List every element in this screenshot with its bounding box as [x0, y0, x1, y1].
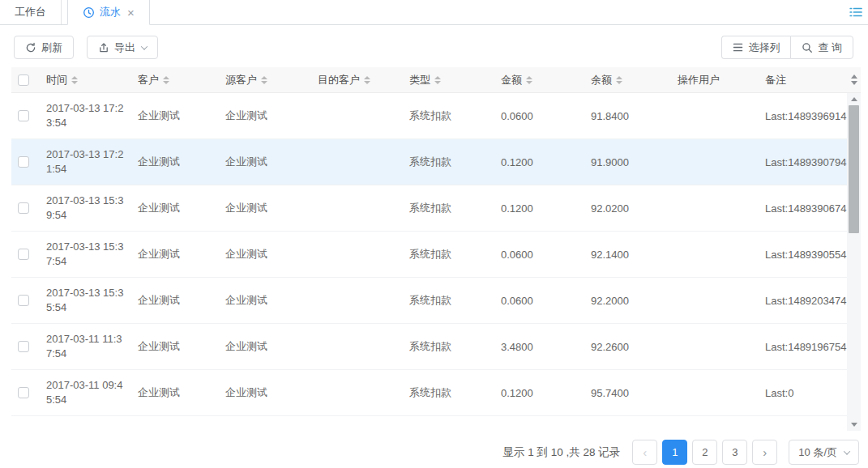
scrollbar-thumb[interactable]: [849, 105, 859, 233]
table-header: 时间 客户 源客户 目的客户 类: [11, 67, 861, 93]
sort-icon[interactable]: [616, 76, 622, 84]
cell-type: 系统扣款: [403, 385, 494, 400]
cell-balance: 95.7400: [584, 387, 671, 399]
column-header-label: 金额: [501, 73, 522, 87]
sort-icon[interactable]: [163, 76, 169, 84]
column-header[interactable]: 备注: [759, 73, 847, 87]
column-header-label: 余额: [591, 73, 612, 87]
cell-source-customer: 企业测试: [219, 247, 311, 262]
cell-customer: 企业测试: [131, 293, 219, 308]
select-all-cell: [11, 74, 40, 86]
cell-remark: Last:1489396914: [759, 110, 847, 122]
row-checkbox-cell: [11, 202, 40, 214]
row-checkbox-cell: [11, 249, 40, 260]
sort-icon[interactable]: [71, 76, 78, 84]
sort-icon[interactable]: [526, 76, 532, 84]
page-size-select[interactable]: 10 条/页: [789, 440, 859, 465]
refresh-label: 刷新: [41, 40, 62, 55]
table-row[interactable]: 2017-03-13 17:23:54 企业测试 企业测试 系统扣款 0.060…: [11, 93, 847, 139]
cell-remark: Last:1489390794: [759, 156, 847, 168]
table-row[interactable]: 2017-03-13 15:35:54 企业测试 企业测试 系统扣款 0.060…: [11, 278, 847, 324]
search-button[interactable]: 查 询: [790, 36, 853, 59]
table-row[interactable]: 2017-03-13 15:37:54 企业测试 企业测试 系统扣款 0.060…: [11, 232, 847, 278]
column-header-label: 操作用户: [678, 73, 720, 87]
tab-flow[interactable]: 流水 ×: [67, 0, 150, 25]
cell-balance: 92.2600: [584, 341, 671, 353]
close-icon[interactable]: ×: [127, 6, 135, 19]
cell-amount: 0.0600: [494, 110, 584, 122]
cell-balance: 91.8400: [584, 110, 671, 122]
sort-icon[interactable]: [261, 76, 267, 84]
header-scrollbar-stub: [847, 67, 861, 93]
tab-workbench-label: 工作台: [15, 5, 46, 19]
row-checkbox[interactable]: [18, 387, 29, 398]
row-checkbox[interactable]: [18, 202, 29, 214]
page-number-button[interactable]: 2: [692, 440, 717, 465]
column-header[interactable]: 类型: [403, 73, 494, 87]
table-row[interactable]: 2017-03-13 17:21:54 企业测试 企业测试 系统扣款 0.120…: [11, 139, 847, 185]
row-checkbox[interactable]: [18, 110, 29, 121]
sort-icon[interactable]: [434, 76, 441, 84]
column-header[interactable]: 客户: [131, 73, 219, 87]
cell-balance: 91.9000: [584, 156, 671, 168]
cell-customer: 企业测试: [131, 108, 219, 123]
tab-workbench[interactable]: 工作台: [0, 0, 62, 24]
column-header[interactable]: 源客户: [219, 73, 311, 87]
cell-time: 2017-03-11 11:37:54: [40, 332, 131, 361]
cell-remark: Last:1489203474: [759, 295, 847, 307]
page-number-button[interactable]: 1: [662, 440, 687, 465]
column-header[interactable]: 目的客户: [311, 73, 403, 87]
row-checkbox-cell: [11, 156, 40, 168]
cell-source-customer: 企业测试: [219, 385, 311, 400]
prev-page-button[interactable]: ‹: [632, 440, 657, 465]
cell-customer: 企业测试: [131, 247, 219, 262]
column-header-label: 源客户: [225, 73, 257, 87]
transactions-table: 时间 客户 源客户 目的客户 类: [11, 67, 861, 431]
sort-icon[interactable]: [364, 76, 370, 84]
page-size-label: 10 条/页: [798, 445, 837, 460]
vertical-scrollbar[interactable]: [847, 93, 861, 431]
export-button[interactable]: 导出: [87, 36, 158, 59]
row-checkbox[interactable]: [18, 341, 29, 352]
cell-customer: 企业测试: [131, 339, 219, 354]
list-menu-icon[interactable]: [849, 6, 862, 18]
tab-bar: 工作台 流水 ×: [0, 0, 868, 25]
cell-time: 2017-03-13 17:23:54: [40, 101, 131, 130]
row-checkbox-cell: [11, 387, 40, 398]
next-page-button[interactable]: ›: [752, 440, 777, 465]
column-header[interactable]: 金额: [494, 73, 584, 87]
row-checkbox[interactable]: [18, 295, 29, 306]
select-columns-button[interactable]: 选择列: [721, 36, 790, 59]
column-header[interactable]: 时间: [40, 73, 131, 87]
table-row[interactable]: 2017-03-11 11:37:54 企业测试 企业测试 系统扣款 3.480…: [11, 324, 847, 370]
table-actions-group: 选择列 查 询: [721, 36, 853, 59]
cell-type: 系统扣款: [403, 247, 494, 262]
scroll-down-icon: [851, 81, 857, 85]
scroll-up-button[interactable]: [847, 93, 861, 105]
cell-balance: 92.0200: [584, 202, 671, 215]
cell-type: 系统扣款: [403, 339, 494, 354]
export-label: 导出: [114, 40, 135, 55]
row-checkbox[interactable]: [18, 249, 29, 260]
cell-balance: 92.2000: [584, 295, 671, 307]
cell-customer: 企业测试: [131, 201, 219, 215]
column-header[interactable]: 余额: [584, 73, 671, 87]
export-icon: [98, 42, 109, 53]
scroll-down-button[interactable]: [847, 419, 861, 431]
row-checkbox-cell: [11, 341, 40, 352]
page-number-button[interactable]: 3: [722, 440, 747, 465]
column-header-label: 目的客户: [318, 73, 360, 87]
search-label: 查 询: [818, 40, 842, 55]
select-all-checkbox[interactable]: [18, 74, 29, 86]
table-row[interactable]: 2017-03-13 15:39:54 企业测试 企业测试 系统扣款 0.120…: [11, 185, 847, 232]
column-header[interactable]: 操作用户: [671, 73, 759, 87]
cell-amount: 0.0600: [494, 295, 584, 307]
table-row[interactable]: 2017-03-11 09:45:54 企业测试 企业测试 系统扣款 0.120…: [11, 370, 847, 416]
row-checkbox[interactable]: [18, 156, 29, 168]
column-header-label: 时间: [46, 73, 67, 87]
refresh-button[interactable]: 刷新: [14, 36, 74, 59]
scroll-up-icon: [851, 74, 857, 79]
cell-type: 系统扣款: [403, 155, 494, 169]
cell-source-customer: 企业测试: [219, 339, 311, 354]
toolbar: 刷新 导出 选择列: [14, 36, 853, 59]
